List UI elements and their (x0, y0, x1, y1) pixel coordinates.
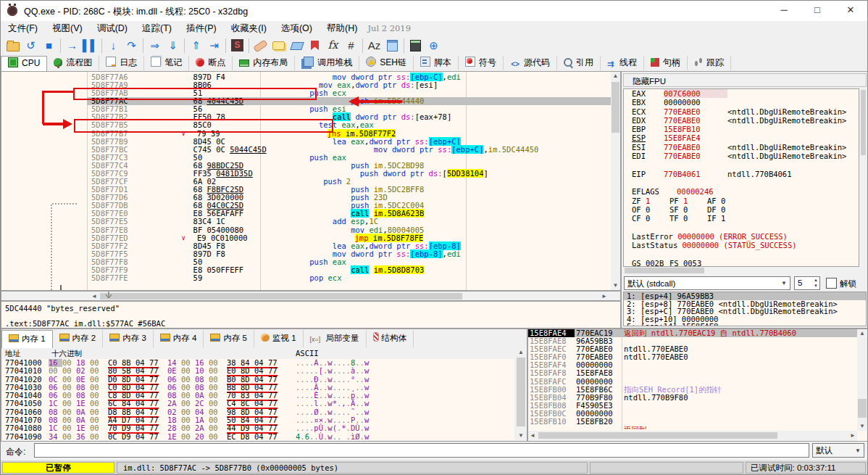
register-line[interactable]: EDX770EABE0<ntdll.DbgUiRemoteBreakin> (624, 116, 859, 125)
register-line[interactable] (624, 178, 859, 187)
scroll-thumb[interactable] (538, 432, 777, 439)
menu-item[interactable]: 追踪(T) (135, 21, 179, 36)
dump-rows[interactable]: 7704100016 00 18 00C0 8B 04 7714 00 16 0… (2, 359, 514, 440)
argument-row[interactable]: 5: [esp+14] 15E8FAE8 (624, 323, 866, 326)
tab-symbols[interactable]: 符号 (459, 56, 504, 70)
step-out-icon[interactable]: ⇓ (164, 36, 182, 55)
scroll-thumb[interactable] (100, 293, 462, 300)
patches-icon[interactable] (251, 36, 270, 55)
menu-item[interactable]: 收藏夹(I) (224, 21, 274, 36)
stack-hscrollbar[interactable]: ◄ ► (528, 431, 857, 441)
tab-call-stack[interactable]: 调用堆栈 (295, 56, 359, 70)
scroll-up-arrow[interactable]: ▲ (857, 329, 867, 338)
register-line[interactable]: GS 002BFS 0053 (624, 259, 859, 267)
step-over-icon[interactable]: ↷ (122, 36, 141, 55)
register-line[interactable]: EFLAGS00000246 (624, 187, 859, 196)
registers-vscrollbar[interactable] (860, 88, 867, 265)
settings-globe-icon[interactable]: ⊕ (425, 36, 443, 55)
modules-icon[interactable] (383, 36, 401, 55)
disassembly-pane[interactable]: 5D8F77A6897D F4mov dword ptr ss:[ebp-C],… (1, 71, 621, 291)
scroll-down-arrow[interactable]: ▼ (516, 431, 526, 440)
register-line[interactable]: CF 0TF 0IF 1 (624, 214, 859, 223)
scroll-left-arrow[interactable]: ◄ (528, 431, 537, 440)
stack-pane[interactable]: 15E8FAE4770EAC19返回到 ntdll.770EAC19 自 ntd… (527, 329, 868, 442)
tab-memory-map[interactable]: 内存布局 (233, 56, 295, 70)
scroll-thumb[interactable] (861, 90, 866, 155)
strings-icon[interactable]: Az (365, 36, 383, 55)
tab-breakpoints[interactable]: 断点 (189, 56, 233, 70)
disasm-row[interactable]: 5D8F77B98D45 0Clea eax,dword ptr ss:[ebp… (1, 138, 611, 146)
register-line[interactable]: ESP15E8FAE4 (624, 133, 859, 142)
register-line[interactable]: EIP770B4061ntdll.770B4061 (624, 170, 859, 178)
dump-tab-结构体[interactable]: 结构体 (367, 330, 414, 347)
dump-tab-内存 4[interactable]: 内存 4 (154, 330, 204, 347)
disasm-row[interactable]: 5D8F77B7∨79 39jns im.5D8F77F2 (1, 130, 611, 138)
register-line[interactable]: ECX770EABE0<ntdll.DbgUiRemoteBreakin> (624, 107, 859, 116)
close-button[interactable]: ✕ (834, 1, 867, 21)
tab-notes[interactable]: 笔记 (144, 56, 189, 70)
run-until-return-icon[interactable]: ⇑ (187, 36, 205, 55)
tab-threads[interactable]: ⇉线程 (601, 56, 644, 70)
scroll-thumb[interactable] (858, 399, 867, 418)
register-line[interactable] (624, 160, 859, 169)
scroll-up-arrow[interactable]: ▲ (516, 348, 526, 357)
run-to-cursor-icon[interactable]: ⇒ (146, 36, 164, 55)
bookmarks-icon[interactable] (306, 36, 324, 55)
scroll-down-arrow[interactable]: ▼ (611, 281, 620, 290)
stop-icon[interactable]: ■ (40, 36, 58, 55)
scroll-right-arrow[interactable]: ► (848, 431, 857, 440)
stack-row[interactable]: 15E8FAFC00000000 (528, 378, 868, 386)
tab-cpu[interactable]: CPU (1, 56, 47, 72)
argument-row[interactable]: 1: [esp+4] 96A59BB3 (624, 292, 866, 300)
disasm-row[interactable]: 5D8F77FE59pop ecx (1, 274, 611, 282)
scroll-down-arrow[interactable]: ▼ (857, 422, 867, 431)
stack-row[interactable]: 15E8FAF815E8FAE8 (528, 369, 868, 377)
dump-tab-内存 1[interactable]: 内存 1 (1, 330, 53, 348)
dump-tab-内存 2[interactable]: 内存 2 (53, 330, 104, 347)
disasm-row[interactable]: 5D8F77E583C4 1Cadd esp,1C (1, 218, 611, 226)
tab-graph[interactable]: 流程图 (47, 56, 99, 70)
disasm-row[interactable]: 5D8F77E8BF 05400080mov edi,80004005 (1, 226, 611, 234)
arguments-pane[interactable]: 1: [esp+4] 96A59BB32: [esp+8] 770EABE0 <… (623, 292, 867, 326)
minimize-button[interactable]: ─ (767, 1, 801, 21)
command-profile-select[interactable]: 默认 ▼ (812, 443, 864, 458)
arg-count-spinner[interactable]: 5 ▲▼ (794, 276, 820, 290)
attach-icon[interactable]: ⇥ (205, 36, 223, 55)
register-line[interactable]: ZF 1PF 1AF 0 (624, 197, 859, 205)
tab-log[interactable]: 日志 (99, 56, 144, 70)
restart-icon[interactable]: ↺ (22, 36, 40, 55)
disasm-vscrollbar[interactable]: ▲ ▼ (611, 72, 620, 290)
dump-tab-局部变量[interactable]: [x=]局部变量 (304, 330, 367, 347)
spinner-arrows-icon[interactable]: ▲▼ (814, 277, 818, 289)
registers-hscrollbar[interactable] (623, 267, 859, 274)
register-line[interactable]: EBP15E8FB10 (624, 125, 859, 133)
seh-chain-icon[interactable]: S (228, 36, 246, 55)
tab-script[interactable]: 脚本 (414, 56, 459, 70)
register-line[interactable]: EBX00000000 (624, 98, 859, 107)
hash-icon[interactable]: # (342, 36, 360, 55)
tab-handles[interactable]: 句柄 (644, 56, 688, 70)
scroll-thumb[interactable] (517, 358, 525, 426)
disasm-hscrollbar[interactable]: ◄ ► (1, 291, 621, 301)
comments-icon[interactable] (270, 36, 288, 55)
dump-tab-监视 1[interactable]: 监视 1 (254, 330, 304, 347)
register-line[interactable]: ESI770EABE0<ntdll.DbgUiRemoteBreakin> (624, 143, 859, 152)
register-line[interactable]: LastStatus 00000000 (STATUS_SUCCESS) (624, 241, 859, 249)
maximize-button[interactable]: □ (801, 1, 834, 21)
register-line[interactable] (624, 223, 859, 231)
register-line[interactable]: OF 0SF 0DF 0 (624, 205, 859, 214)
dump-vscrollbar[interactable]: ▲ ▼ (516, 348, 526, 440)
register-line[interactable] (624, 249, 859, 258)
functions-icon[interactable]: fx (324, 36, 342, 55)
stack-row-partial[interactable]: 返回到 (528, 426, 868, 429)
stack-vscrollbar[interactable]: ▲ ▼ (857, 329, 867, 431)
menu-item[interactable]: 帮助(H) (320, 21, 364, 36)
command-input[interactable] (34, 443, 809, 458)
dump-tab-内存 5[interactable]: 内存 5 (204, 330, 254, 347)
menu-item[interactable]: 选项(O) (274, 21, 320, 36)
unlock-checkbox[interactable] (826, 278, 837, 289)
scroll-up-arrow[interactable]: ▲ (611, 72, 620, 80)
menu-item[interactable]: 调试(D) (90, 21, 135, 36)
step-into-icon[interactable]: ↓ (104, 36, 122, 55)
menu-item[interactable]: 视图(V) (45, 21, 90, 36)
